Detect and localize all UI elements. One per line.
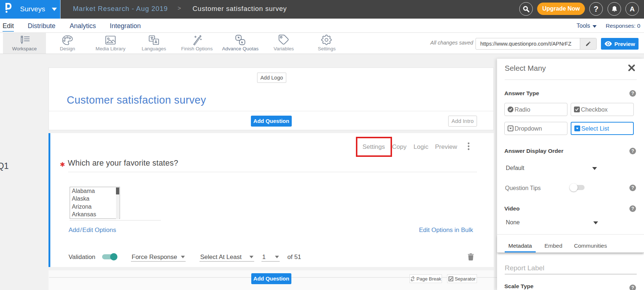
svg-text:?: ? bbox=[631, 185, 634, 190]
svg-text:?: ? bbox=[631, 206, 634, 211]
svg-text:?: ? bbox=[631, 148, 634, 154]
svg-text:?: ? bbox=[631, 91, 634, 96]
svg-text:?: ? bbox=[631, 285, 634, 290]
